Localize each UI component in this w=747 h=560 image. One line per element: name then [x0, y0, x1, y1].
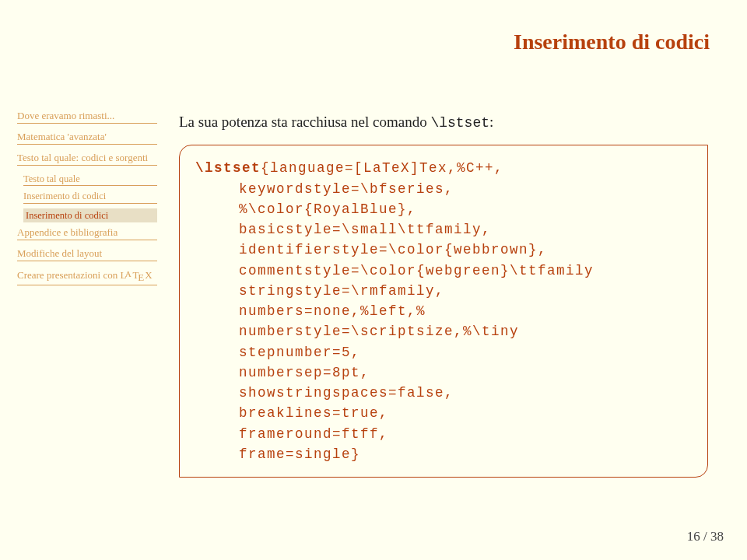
intro-pre: La sua potenza sta racchiusa nel comando — [179, 114, 430, 130]
nav-sub-inserimento-1[interactable]: Inserimento di codici — [23, 191, 157, 203]
intro-post: : — [489, 114, 493, 130]
code-line-9: stepnumber=5, — [195, 342, 692, 362]
code-line-0: \lstset{language=[LaTeX]Tex,%C++, — [195, 158, 692, 178]
code-line-11: showstringspaces=false, — [195, 383, 692, 403]
code-kw: \lstset — [195, 160, 261, 176]
code-line-1: keywordstyle=\bfseries, — [195, 179, 692, 199]
nav-item-testo-quale[interactable]: Testo tal quale: codici e sorgenti — [17, 152, 157, 166]
code-line-2: %\color{RoyalBlue}, — [195, 199, 692, 219]
nav-item-label: Creare presentazioni con LATEX — [17, 269, 153, 281]
code-line-8: numberstyle=\scriptsize,%\tiny — [195, 321, 692, 341]
code-line-14: frame=single} — [195, 444, 692, 464]
nav-sub-inserimento-2[interactable]: Inserimento di codici — [23, 208, 157, 222]
nav-item-dove[interactable]: Dove eravamo rimasti... — [17, 110, 157, 124]
nav-sub-testo[interactable]: Testo tal quale — [23, 173, 157, 186]
main-content: La sua potenza sta racchiusa nel comando… — [179, 113, 708, 478]
code-line-4: identifierstyle=\color{webbrown}, — [195, 240, 692, 260]
nav-item-appendice[interactable]: Appendice e bibliografia — [17, 227, 157, 240]
code-line-7: numbers=none,%left,% — [195, 301, 692, 321]
nav-item-presentazioni[interactable]: Creare presentazioni con LATEX — [17, 269, 157, 285]
code-line-3: basicstyle=\small\ttfamily, — [195, 219, 692, 240]
slide-title: Inserimento di codici — [514, 30, 710, 54]
code-line-6: stringstyle=\rmfamily, — [195, 281, 692, 301]
code-line-12: breaklines=true, — [195, 403, 692, 423]
code-listing: \lstset{language=[LaTeX]Tex,%C++, keywor… — [179, 145, 708, 478]
nav-item-matematica[interactable]: Matematica 'avanzata' — [17, 131, 157, 145]
intro-cmd: \lstset — [430, 115, 489, 131]
page-number: 16 / 38 — [687, 529, 724, 544]
intro-text: La sua potenza sta racchiusa nel comando… — [179, 113, 708, 132]
code-line-5: commentstyle=\color{webgreen}\ttfamily — [195, 261, 692, 281]
code-rest: {language=[LaTeX]Tex,%C++, — [261, 160, 503, 176]
code-line-13: frameround=ftff, — [195, 424, 692, 444]
nav-sidebar: Dove eravamo rimasti... Matematica 'avan… — [17, 110, 157, 293]
code-line-10: numbersep=8pt, — [195, 362, 692, 383]
nav-item-modifiche[interactable]: Modifiche del layout — [17, 248, 157, 261]
